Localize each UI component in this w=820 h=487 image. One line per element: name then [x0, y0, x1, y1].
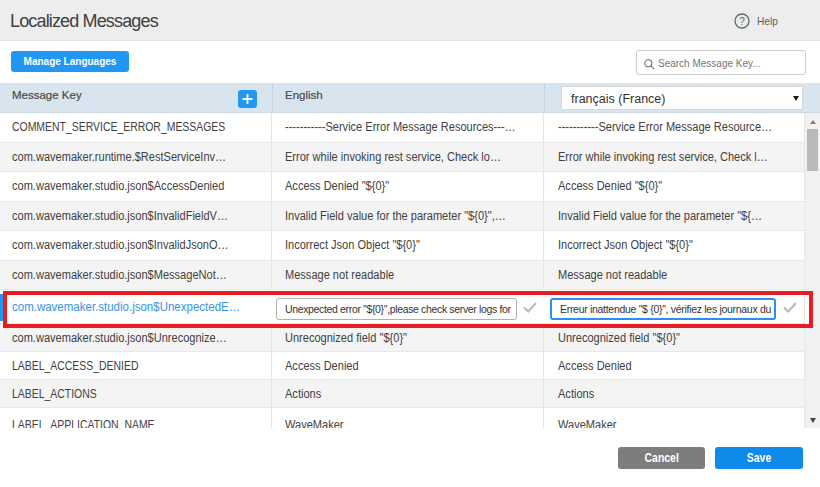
svg-text:?: ?: [739, 16, 745, 27]
